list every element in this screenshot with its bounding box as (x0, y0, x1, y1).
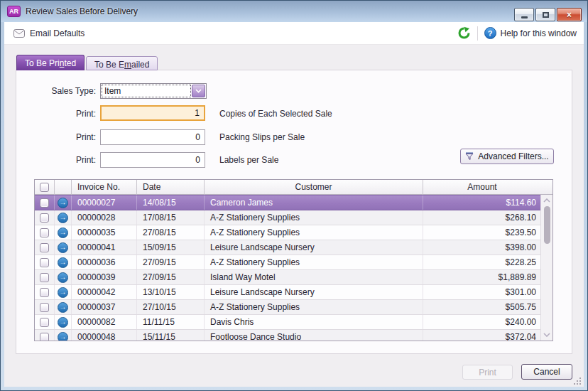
date-cell: 14/08/15 (137, 196, 205, 210)
window-controls: × (514, 8, 582, 21)
open-invoice-arrow-icon[interactable]: → (58, 227, 68, 238)
packing-slips-desc: Packing Slips per Sale (219, 129, 305, 145)
envelope-icon (13, 29, 25, 38)
labels-input[interactable] (100, 152, 205, 168)
customer-column-header: Customer (205, 180, 423, 195)
date-column-header: Date (137, 180, 205, 195)
invoice-cell: 00000048 (72, 330, 137, 341)
open-invoice-arrow-icon[interactable]: → (58, 302, 68, 313)
customer-cell: A-Z Stationery Supplies (205, 255, 423, 269)
row-select-checkbox[interactable] (40, 243, 49, 252)
row-select-checkbox[interactable] (40, 318, 49, 327)
row-select-checkbox[interactable] (40, 258, 49, 267)
open-invoice-arrow-icon[interactable]: → (58, 198, 68, 208)
invoice-cell: 00000036 (72, 255, 137, 269)
resize-grip[interactable] (574, 377, 582, 385)
date-cell: 15/11/15 (137, 330, 205, 341)
open-invoice-arrow-icon[interactable]: → (58, 287, 68, 298)
amount-cell: $240.00 (423, 315, 542, 329)
amount-cell: $239.50 (423, 225, 542, 240)
amount-cell: $114.60 (423, 196, 542, 210)
customer-cell: Footloose Dance Studio (205, 330, 423, 341)
table-row[interactable]: → 00000027 14/08/15 Cameron James $114.6… (35, 195, 542, 210)
open-invoice-arrow-icon[interactable]: → (58, 257, 68, 268)
table-header: Invoice No. Date Customer Amount (35, 180, 542, 195)
invoice-cell: 00000035 (72, 225, 137, 240)
sales-type-dropdown[interactable]: Item (100, 83, 207, 99)
open-invoice-arrow-icon[interactable]: → (58, 272, 68, 283)
funnel-icon (465, 152, 474, 161)
scrollbar-thumb[interactable] (544, 206, 550, 244)
arrow-header-cell (55, 180, 72, 195)
chevron-down-icon (195, 89, 202, 93)
tab-bar: To Be Printed To Be Emailed (16, 55, 158, 70)
date-cell: 15/09/15 (137, 240, 205, 255)
labels-label: Print: (16, 152, 96, 168)
invoice-cell: 00000028 (72, 210, 137, 225)
customer-cell: Island Way Motel (205, 270, 423, 284)
maximize-button[interactable] (535, 8, 555, 21)
cancel-button[interactable]: Cancel (521, 364, 572, 380)
sales-table: Invoice No. Date Customer Amount → 00000… (34, 179, 553, 341)
open-invoice-arrow-icon[interactable]: → (58, 317, 68, 328)
date-cell: 11/11/15 (137, 315, 205, 329)
help-button[interactable]: ? Help for this window (484, 27, 577, 39)
open-invoice-arrow-icon[interactable]: → (58, 242, 68, 253)
table-row[interactable]: → 00000028 17/08/15 A-Z Stationery Suppl… (35, 210, 542, 225)
packing-slips-input[interactable] (100, 129, 205, 145)
email-defaults-button[interactable]: Email Defaults (13, 28, 85, 38)
dialog-body: Email Defaults ? Help for this window To… (4, 22, 584, 387)
date-cell: 27/09/15 (137, 255, 205, 269)
table-body: → 00000027 14/08/15 Cameron James $114.6… (35, 195, 542, 341)
amount-cell: $372.04 (423, 330, 542, 341)
table-row[interactable]: → 00000042 13/10/15 Leisure Landscape Nu… (35, 285, 542, 300)
amount-cell: $505.75 (423, 300, 542, 314)
customer-cell: A-Z Stationery Supplies (205, 300, 423, 314)
table-row[interactable]: → 00000041 15/09/15 Leisure Landscape Nu… (35, 240, 542, 255)
amount-cell: $1,889.89 (423, 270, 542, 284)
print-button[interactable]: Print (462, 365, 513, 380)
minimize-icon (521, 16, 528, 18)
table-row[interactable]: → 00000036 27/09/15 A-Z Stationery Suppl… (35, 255, 542, 270)
table-row[interactable]: → 00000037 27/10/15 A-Z Stationery Suppl… (35, 300, 542, 315)
sales-type-dropdown-button[interactable] (192, 85, 205, 97)
refresh-button[interactable] (457, 26, 471, 40)
help-label: Help for this window (501, 28, 577, 38)
tab-to-be-emailed[interactable]: To Be Emailed (86, 56, 158, 70)
invoice-column-header: Invoice No. (72, 180, 137, 195)
row-select-checkbox[interactable] (40, 228, 49, 237)
date-cell: 13/10/15 (137, 285, 205, 299)
table-row[interactable]: → 00000039 27/09/15 Island Way Motel $1,… (35, 270, 542, 285)
date-cell: 27/10/15 (137, 300, 205, 314)
amount-cell: $398.00 (423, 240, 542, 255)
scroll-up-icon[interactable] (543, 198, 550, 203)
minimize-button[interactable] (514, 8, 534, 21)
scrollbar-track[interactable] (540, 195, 552, 341)
table-row[interactable]: → 00000035 27/08/15 A-Z Stationery Suppl… (35, 225, 542, 240)
question-circle-icon: ? (484, 27, 496, 39)
select-all-header-cell (35, 180, 55, 195)
advanced-filters-button[interactable]: Advanced Filters... (460, 149, 554, 164)
row-select-checkbox[interactable] (40, 288, 49, 297)
row-select-checkbox[interactable] (40, 198, 49, 208)
scroll-down-icon[interactable] (543, 333, 550, 337)
packing-slips-label: Print: (16, 129, 96, 145)
open-invoice-arrow-icon[interactable]: → (58, 332, 68, 341)
open-invoice-arrow-icon[interactable]: → (58, 213, 68, 223)
table-row[interactable]: → 00000082 11/11/15 Davis Chris $240.00 (35, 315, 542, 330)
print-copies-input[interactable] (100, 105, 205, 121)
select-all-checkbox[interactable] (40, 183, 49, 192)
tab-to-be-printed[interactable]: To Be Printed (16, 55, 85, 70)
amount-column-header: Amount (423, 180, 542, 195)
date-cell: 27/09/15 (137, 270, 205, 284)
toolbar-right: ? Help for this window (457, 26, 584, 41)
vertical-scrollbar[interactable] (540, 180, 552, 341)
table-row[interactable]: → 00000048 15/11/15 Footloose Dance Stud… (35, 330, 542, 341)
row-select-checkbox[interactable] (40, 273, 49, 282)
to-be-printed-panel: Sales Type: Item Print: Copies of Each S… (16, 70, 572, 354)
row-select-checkbox[interactable] (40, 333, 49, 341)
row-select-checkbox[interactable] (40, 213, 49, 223)
customer-cell: A-Z Stationery Supplies (205, 225, 423, 240)
close-button[interactable]: × (557, 8, 582, 21)
row-select-checkbox[interactable] (40, 303, 49, 312)
